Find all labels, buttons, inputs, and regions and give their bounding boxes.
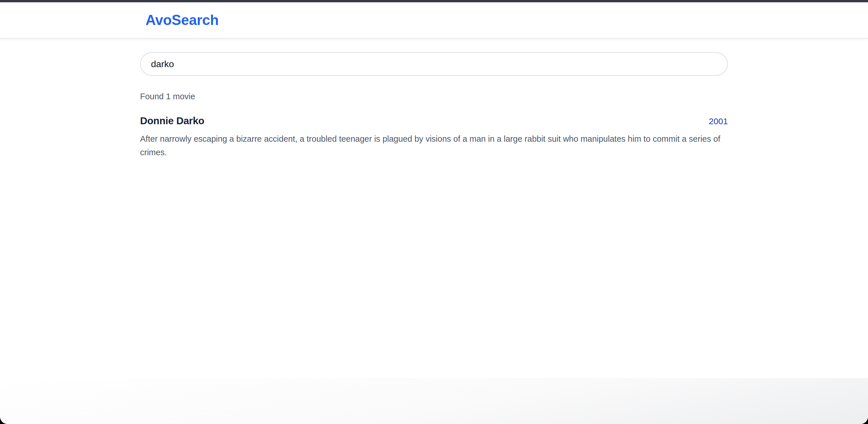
app-header: AvoSearch (0, 2, 868, 38)
bottom-gradient (0, 378, 868, 424)
movie-title: Donnie Darko (140, 115, 205, 127)
app-window: AvoSearch Found 1 movie Donnie Darko 200… (0, 0, 868, 424)
movie-description: After narrowly escaping a bizarre accide… (140, 132, 728, 159)
movie-year: 2001 (709, 117, 728, 126)
app-logo: AvoSearch (146, 12, 219, 28)
window-titlebar (0, 0, 868, 2)
main-content: Found 1 movie Donnie Darko 2001 After na… (140, 38, 728, 159)
movie-title-row: Donnie Darko 2001 (140, 115, 728, 127)
movie-result[interactable]: Donnie Darko 2001 After narrowly escapin… (140, 115, 728, 159)
search-input[interactable] (140, 52, 728, 76)
result-count: Found 1 movie (140, 92, 728, 101)
